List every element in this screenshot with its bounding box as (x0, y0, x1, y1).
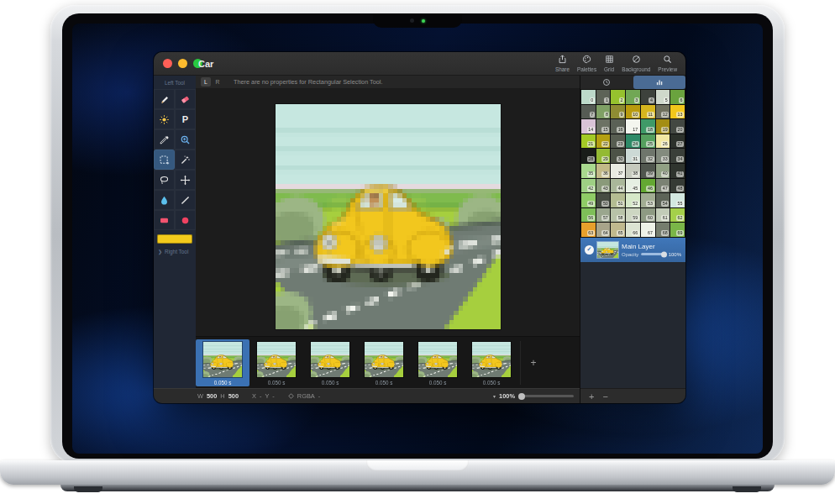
background-button[interactable]: Background (622, 55, 650, 72)
tool-droplet[interactable] (154, 190, 175, 210)
palette-swatch[interactable]: 29 (596, 149, 611, 163)
palette-swatch[interactable]: 35 (581, 164, 596, 178)
tool-eraser[interactable] (175, 89, 196, 109)
opacity-slider-knob[interactable] (661, 251, 667, 257)
palette-swatch[interactable]: 5 (656, 90, 670, 104)
palette-swatch[interactable]: 36 (596, 164, 611, 178)
palette-swatch[interactable]: 19 (656, 119, 670, 134)
palette-swatch[interactable]: 10 (626, 105, 640, 119)
tool-pattern[interactable]: P (175, 109, 196, 129)
palette-swatch[interactable]: 56 (581, 208, 596, 223)
palette-tab-clock[interactable] (580, 76, 633, 89)
palette-swatch[interactable]: 24 (626, 134, 640, 149)
layer-visibility-checkbox[interactable]: ✓ (585, 245, 594, 255)
palette-swatch[interactable]: 13 (670, 105, 685, 119)
palette-swatch[interactable]: 27 (670, 134, 685, 149)
layer-row[interactable]: ✓ Main Layer Opacity 100% (580, 238, 685, 262)
palette-swatch[interactable]: 6 (670, 90, 685, 104)
palette-swatch[interactable]: 37 (611, 164, 625, 178)
palette-swatch[interactable]: 58 (611, 208, 625, 223)
palette-swatch[interactable]: 1 (596, 90, 611, 104)
palette-swatch[interactable]: 33 (656, 149, 670, 163)
tool-rectangle[interactable] (154, 210, 175, 230)
tool-eyedropper[interactable] (154, 129, 175, 150)
right-tool-row[interactable]: ❯ Right Tool (154, 246, 196, 257)
palette-swatch[interactable]: 40 (656, 164, 670, 178)
frame-tile-5[interactable]: 0.050 s (411, 339, 465, 386)
palette-swatch[interactable]: 68 (656, 223, 670, 237)
palette-swatch[interactable]: 49 (581, 193, 596, 207)
palette-swatch[interactable]: 12 (656, 105, 670, 119)
palette-swatch[interactable]: 47 (656, 179, 670, 193)
frame-tile-6[interactable]: 0.050 s (465, 339, 518, 386)
palette-swatch[interactable]: 54 (656, 193, 670, 207)
palette-swatch[interactable]: 20 (670, 119, 685, 134)
tool-zoom[interactable] (175, 129, 196, 150)
right-tool-tab[interactable]: R (213, 77, 223, 87)
frame-tile-4[interactable]: 0.050 s (357, 339, 411, 386)
palette-swatch[interactable]: 32 (641, 149, 655, 163)
palette-swatch[interactable]: 61 (656, 208, 670, 223)
palette-swatch[interactable]: 67 (641, 223, 655, 237)
tool-magic-wand[interactable] (175, 150, 196, 170)
tool-ellipse[interactable] (175, 210, 196, 230)
tool-lasso[interactable] (154, 170, 175, 190)
palette-swatch[interactable]: 41 (670, 164, 685, 178)
palette-swatch[interactable]: 3 (626, 90, 640, 104)
zoom-slider[interactable] (518, 395, 574, 397)
palette-swatch[interactable]: 28 (581, 149, 596, 163)
palette-swatch[interactable]: 65 (611, 223, 625, 237)
palette-swatch[interactable]: 25 (641, 134, 655, 149)
palette-swatch[interactable]: 9 (611, 105, 625, 119)
add-frame-button[interactable]: + (523, 339, 544, 386)
remove-layer-button[interactable]: − (602, 391, 607, 402)
palette-swatch[interactable]: 16 (611, 119, 625, 134)
opacity-slider[interactable] (641, 253, 665, 255)
left-tool-tab[interactable]: L (201, 77, 211, 87)
frame-tile-3[interactable]: 0.050 s (303, 339, 357, 386)
palette-tab-frequency[interactable] (633, 76, 686, 89)
palette-swatch[interactable]: 8 (596, 105, 611, 119)
preview-button[interactable]: Preview (658, 55, 677, 72)
palette-swatch[interactable]: 11 (641, 105, 655, 119)
palette-swatch[interactable]: 46 (641, 179, 655, 193)
palette-swatch[interactable]: 39 (641, 164, 655, 178)
zoom-slider-knob[interactable] (518, 393, 525, 400)
add-layer-button[interactable]: + (589, 391, 594, 402)
active-color-swatch[interactable] (157, 234, 192, 244)
palette-swatch[interactable]: 4 (641, 90, 655, 104)
palette-swatch[interactable]: 15 (596, 119, 611, 134)
palette-swatch[interactable]: 26 (656, 134, 670, 149)
palette-swatch[interactable]: 38 (626, 164, 640, 178)
palette-swatch[interactable]: 55 (670, 193, 685, 207)
palette-swatch[interactable]: 43 (596, 179, 611, 193)
grid-button[interactable]: Grid (604, 55, 614, 72)
palette-swatch[interactable]: 14 (581, 119, 596, 134)
palette-swatch[interactable]: 60 (641, 208, 655, 223)
palette-swatch[interactable]: 0 (581, 90, 596, 104)
tool-rect-select[interactable] (154, 150, 175, 170)
palette-swatch[interactable]: 17 (626, 119, 640, 134)
palette-swatch[interactable]: 69 (670, 223, 685, 237)
palette-swatch[interactable]: 2 (611, 90, 625, 104)
tool-move[interactable] (175, 170, 196, 190)
tool-lighten[interactable] (154, 109, 175, 129)
palette-swatch[interactable]: 64 (596, 223, 611, 237)
palette-swatch[interactable]: 42 (581, 179, 596, 193)
palette-swatch[interactable]: 53 (641, 193, 655, 207)
palette-swatch[interactable]: 63 (581, 223, 596, 237)
palette-swatch[interactable]: 44 (611, 179, 625, 193)
palette-swatch[interactable]: 59 (626, 208, 640, 223)
palette-swatch[interactable]: 22 (596, 134, 611, 149)
pixel-art-canvas[interactable] (276, 104, 501, 329)
close-button[interactable] (163, 59, 172, 68)
palette-swatch[interactable]: 62 (670, 208, 685, 223)
chevron-down-icon[interactable]: ▾ (493, 393, 496, 399)
palette-swatch[interactable]: 34 (670, 149, 685, 163)
palette-swatch[interactable]: 7 (581, 105, 596, 119)
palette-swatch[interactable]: 31 (626, 149, 640, 163)
palette-swatch[interactable]: 21 (581, 134, 596, 149)
palette-swatch[interactable]: 57 (596, 208, 611, 223)
palettes-button[interactable]: Palettes (577, 55, 596, 72)
palette-swatch[interactable]: 51 (611, 193, 625, 207)
